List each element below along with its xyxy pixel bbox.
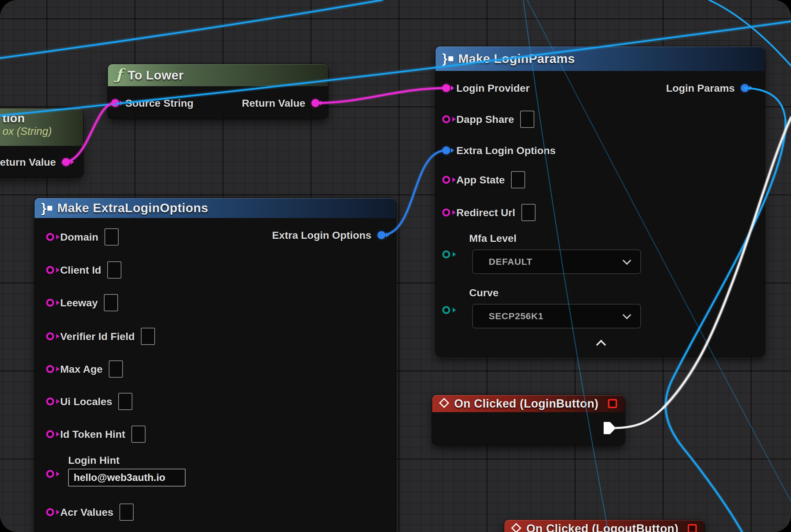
wire-blue-bg-2-glow <box>0 21 791 116</box>
wire-layer-under <box>0 0 791 532</box>
wire-blue-dim-1[interactable] <box>523 0 608 532</box>
wire-blue-dim-2[interactable] <box>527 0 791 501</box>
blueprint-graph-canvas[interactable]: tion ox (String) eturn Value ƒ To Lower … <box>0 0 791 532</box>
blueprint-editor-screenshot: tion ox (String) eturn Value ƒ To Lower … <box>0 0 791 532</box>
wire-exec-glow <box>664 118 791 407</box>
